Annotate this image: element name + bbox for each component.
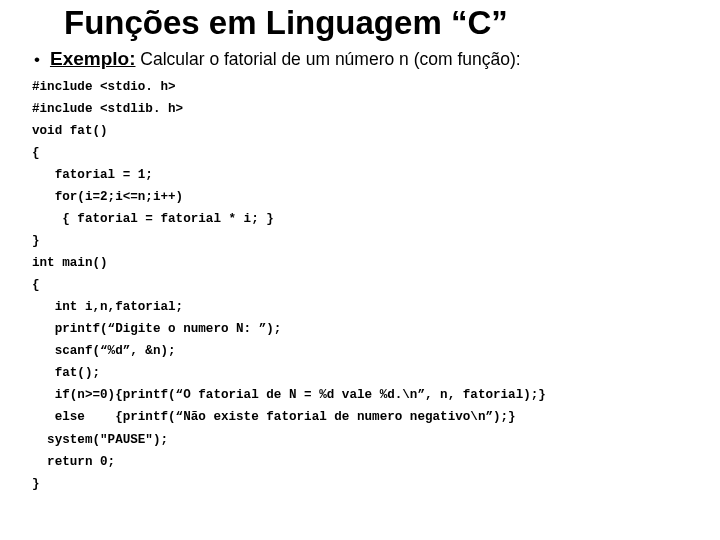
example-bullet: • Exemplo: Calcular o fatorial de um núm… — [34, 48, 692, 70]
code-line: { — [32, 274, 692, 296]
bullet-icon: • — [34, 51, 40, 68]
slide: Funções em Linguagem “C” • Exemplo: Calc… — [0, 0, 720, 495]
example-label: Exemplo: — [50, 48, 136, 69]
code-line: return 0; — [32, 451, 692, 473]
code-line: #include <stdlib. h> — [32, 98, 692, 120]
bullet-content: Exemplo: Calcular o fatorial de um númer… — [50, 48, 521, 70]
code-line: system("PAUSE"); — [32, 429, 692, 451]
code-line: { fatorial = fatorial * i; } — [32, 208, 692, 230]
code-line: int i,n,fatorial; — [32, 296, 692, 318]
code-line: int main() — [32, 252, 692, 274]
example-text: Calcular o fatorial de um número n (com … — [135, 49, 520, 69]
code-line: fatorial = 1; — [32, 164, 692, 186]
code-line: for(i=2;i<=n;i++) — [32, 186, 692, 208]
code-block: #include <stdio. h>#include <stdlib. h>v… — [32, 76, 692, 495]
code-line: if(n>=0){printf(“O fatorial de N = %d va… — [32, 384, 692, 406]
code-line: } — [32, 230, 692, 252]
code-line: #include <stdio. h> — [32, 76, 692, 98]
code-line: void fat() — [32, 120, 692, 142]
code-line: } — [32, 473, 692, 495]
code-line: fat(); — [32, 362, 692, 384]
slide-title: Funções em Linguagem “C” — [64, 4, 692, 42]
code-line: else {printf(“Não existe fatorial de num… — [32, 406, 692, 428]
code-line: { — [32, 142, 692, 164]
code-line: scanf(“%d”, &n); — [32, 340, 692, 362]
code-line: printf(“Digite o numero N: ”); — [32, 318, 692, 340]
